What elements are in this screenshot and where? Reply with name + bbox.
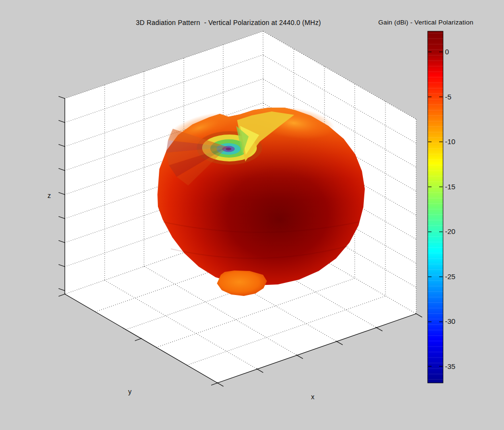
colorbar [428, 31, 443, 383]
colorbar-tick-label: -25 [445, 272, 456, 281]
colorbar-tick-label: -35 [445, 362, 456, 370]
colorbar-tick-label: -20 [445, 227, 456, 235]
z-axis-label: z [48, 192, 51, 199]
colorbar-title: Gain (dBi) - Vertical Polarization [378, 19, 473, 26]
colorbar-tick-label: -5 [445, 93, 451, 101]
colorbar-tick-label: -30 [445, 317, 456, 325]
figure-window: 3D Radiation Pattern - Vertical Polariza… [0, 0, 504, 430]
x-axis-label: x [311, 393, 314, 401]
colorbar-tick-label: -15 [445, 183, 456, 191]
plot-title: 3D Radiation Pattern - Vertical Polariza… [136, 19, 321, 26]
colorbar-tick-label: -10 [445, 137, 456, 146]
plot-canvas [0, 0, 504, 430]
colorbar-banding [428, 31, 443, 383]
colorbar-tick-label: 0 [445, 48, 449, 56]
z-axis-ticks [59, 97, 65, 291]
y-axis-label: y [128, 388, 132, 395]
